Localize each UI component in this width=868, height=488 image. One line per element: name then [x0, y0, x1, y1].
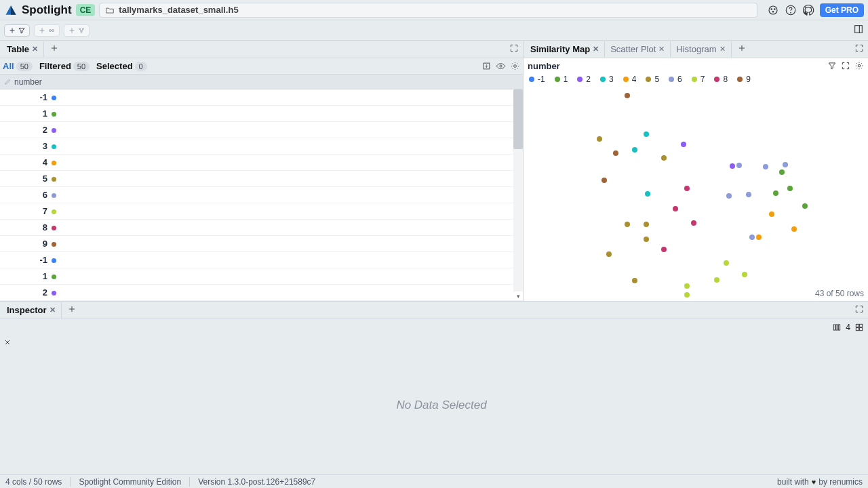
file-open-bar[interactable]: tallymarks_dataset_small.h5: [99, 3, 757, 18]
status-credit[interactable]: built with ♥ by renumics: [777, 477, 863, 487]
filter-all[interactable]: All 50: [3, 61, 33, 71]
plot-point[interactable]: [644, 222, 649, 227]
close-icon[interactable]: [3, 338, 12, 346]
add-column-icon[interactable]: [481, 61, 492, 71]
add-graph-button[interactable]: [64, 24, 90, 37]
layout-icon[interactable]: [853, 24, 864, 35]
tab-similarity-map[interactable]: Similarity Map✕: [525, 41, 605, 57]
plot-point[interactable]: [783, 162, 788, 167]
plot-point[interactable]: [726, 193, 732, 199]
plot-point[interactable]: [644, 131, 649, 137]
table-row[interactable]: 9: [0, 236, 523, 252]
maximize-icon[interactable]: [854, 43, 864, 53]
maximize-icon[interactable]: [854, 304, 864, 314]
table-row[interactable]: -1: [0, 89, 523, 106]
gear-icon[interactable]: [510, 61, 520, 71]
maximize-icon[interactable]: [841, 61, 850, 70]
filter-selected[interactable]: Selected 0: [96, 61, 147, 71]
plot-point[interactable]: [742, 272, 747, 277]
close-icon[interactable]: ✕: [50, 306, 56, 314]
get-pro-button[interactable]: Get PRO: [820, 3, 864, 17]
legend-item[interactable]: 4: [623, 75, 637, 84]
plot-point[interactable]: [787, 186, 793, 191]
plot-point[interactable]: [661, 155, 667, 161]
add-tab-button[interactable]: [62, 302, 82, 319]
plot-point[interactable]: [613, 150, 618, 156]
legend-item[interactable]: 1: [555, 75, 568, 84]
plot-point[interactable]: [724, 260, 729, 266]
table-row[interactable]: 3: [0, 138, 523, 155]
plot-point[interactable]: [763, 164, 768, 169]
plot-point[interactable]: [684, 186, 690, 191]
tab-scatter-plot[interactable]: Scatter Plot✕: [605, 41, 671, 57]
plot-point[interactable]: [684, 292, 690, 298]
close-icon[interactable]: ✕: [658, 45, 665, 54]
table-row[interactable]: 6: [0, 187, 523, 203]
table-row[interactable]: 5: [0, 171, 523, 187]
table-row[interactable]: -1: [0, 252, 523, 268]
plot-point[interactable]: [736, 163, 742, 168]
grid-icon[interactable]: [854, 323, 864, 332]
legend-item[interactable]: 7: [692, 75, 705, 84]
plot-point[interactable]: [632, 278, 637, 283]
table-row[interactable]: 1: [0, 106, 523, 122]
table-row[interactable]: 8: [0, 220, 523, 236]
column-header[interactable]: number: [0, 75, 523, 89]
table-row[interactable]: 1: [0, 268, 523, 285]
add-filter-button[interactable]: [4, 24, 30, 37]
help-icon[interactable]: [785, 4, 797, 16]
plot-point[interactable]: [691, 220, 696, 226]
close-icon[interactable]: ✕: [719, 45, 726, 54]
plot-point[interactable]: [769, 211, 774, 217]
legend-item[interactable]: 9: [737, 75, 751, 84]
add-link-button[interactable]: [34, 24, 60, 37]
visibility-icon[interactable]: [496, 61, 506, 71]
plot-point[interactable]: [773, 190, 778, 196]
table-row[interactable]: 4: [0, 155, 523, 171]
plot-point[interactable]: [661, 247, 667, 252]
plot-point[interactable]: [779, 169, 785, 175]
plot-point[interactable]: [597, 136, 602, 142]
tab-histogram[interactable]: Histogram✕: [671, 41, 731, 57]
legend-item[interactable]: 8: [714, 75, 728, 84]
maximize-icon[interactable]: [509, 43, 519, 53]
legend-item[interactable]: 3: [600, 75, 614, 84]
plot-point[interactable]: [791, 226, 797, 232]
table-body[interactable]: -1 1 2 3 4 5 6 7 8 9: [0, 89, 523, 301]
add-tab-button[interactable]: [44, 41, 64, 58]
tab-table[interactable]: Table ✕: [1, 41, 44, 57]
similarity-map-plot[interactable]: 43 of 50 rows: [524, 87, 868, 301]
plot-point[interactable]: [714, 277, 719, 283]
plot-point[interactable]: [644, 237, 649, 242]
plot-point[interactable]: [625, 222, 630, 227]
plot-point[interactable]: [681, 142, 686, 147]
table-row[interactable]: 7: [0, 203, 523, 220]
legend-item[interactable]: 6: [669, 75, 682, 84]
github-icon[interactable]: [802, 4, 814, 16]
scrollbar-vertical[interactable]: [513, 89, 523, 291]
plot-point[interactable]: [645, 191, 650, 197]
legend-item[interactable]: 5: [646, 75, 659, 84]
plot-point[interactable]: [673, 206, 678, 211]
plot-point[interactable]: [746, 192, 751, 197]
columns-icon[interactable]: [832, 323, 842, 332]
filter-filtered[interactable]: Filtered 50: [39, 61, 90, 71]
plot-point[interactable]: [749, 235, 755, 240]
legend-item[interactable]: -1: [529, 75, 545, 84]
filter-icon[interactable]: [827, 61, 837, 70]
plot-point[interactable]: [601, 178, 607, 183]
plot-point[interactable]: [606, 251, 612, 257]
gear-icon[interactable]: [854, 61, 864, 70]
plot-point[interactable]: [802, 203, 808, 209]
table-row[interactable]: 2: [0, 122, 523, 138]
scrollbar-thumb[interactable]: [513, 89, 523, 149]
table-row[interactable]: 2: [0, 285, 523, 301]
add-tab-button[interactable]: [732, 41, 752, 58]
plot-point[interactable]: [684, 283, 690, 289]
legend-item[interactable]: 2: [577, 75, 591, 84]
close-icon[interactable]: ✕: [593, 45, 599, 54]
tab-inspector[interactable]: Inspector ✕: [1, 302, 62, 318]
close-icon[interactable]: ✕: [32, 45, 38, 54]
plot-point[interactable]: [730, 163, 735, 169]
palette-icon[interactable]: [767, 4, 779, 16]
